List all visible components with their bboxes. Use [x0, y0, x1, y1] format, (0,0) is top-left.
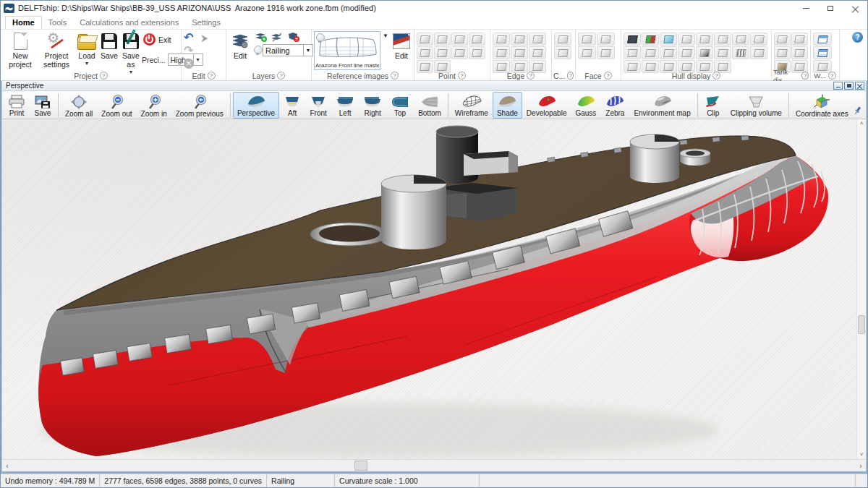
save-image-button[interactable]: Save [30, 92, 56, 119]
help-icon[interactable]: ? [828, 72, 836, 80]
save-as-button[interactable]: Save as ▼ [120, 31, 142, 76]
tool-icon[interactable] [529, 33, 546, 46]
tool-icon[interactable] [511, 33, 528, 46]
reference-image-thumbnail[interactable]: Arazona Front line master [314, 31, 380, 70]
delete-button[interactable]: ✕ [184, 59, 194, 69]
tool-icon[interactable] [417, 46, 433, 59]
tool-icon[interactable] [678, 33, 695, 46]
tool-icon[interactable] [774, 33, 791, 46]
pin-icon[interactable] [854, 106, 861, 116]
zoom-out-button[interactable]: Zoom out [97, 92, 136, 119]
tool-icon[interactable] [660, 33, 677, 46]
reference-image-dropdown-arrow[interactable]: ▼ [383, 33, 388, 39]
tool-icon[interactable] [678, 46, 695, 59]
clipping-volume-button[interactable]: Clipping volume [726, 92, 786, 119]
tool-icon[interactable] [732, 33, 749, 46]
mode-environment-map-button[interactable]: Environment map [629, 92, 694, 119]
new-project-button[interactable]: New project [3, 31, 38, 69]
tool-icon[interactable] [469, 33, 485, 46]
scroll-left-icon[interactable]: ‹ [2, 462, 12, 470]
redo-button[interactable]: ↷ [184, 46, 200, 59]
tool-icon[interactable] [813, 46, 832, 59]
mode-gauss-button[interactable]: Gauss [571, 92, 600, 119]
auto-group-layer-button[interactable] [270, 31, 284, 43]
mode-developable-button[interactable]: Developable [522, 92, 571, 119]
tool-icon[interactable] [696, 33, 713, 46]
tool-icon[interactable] [624, 46, 641, 59]
view-front-button[interactable]: Front [305, 92, 331, 119]
tool-icon[interactable] [750, 46, 767, 59]
tool-icon[interactable] [493, 33, 510, 46]
viewport-minimize-button[interactable] [833, 82, 843, 90]
help-icon[interactable]: ? [100, 72, 108, 80]
zoom-in-button[interactable]: Zoom in [137, 92, 171, 119]
tool-icon[interactable] [434, 33, 451, 46]
mode-wireframe-button[interactable]: Wireframe [451, 92, 493, 119]
vertical-scrollbar[interactable]: ˄ ˅ [856, 119, 866, 459]
horizontal-scroll-track[interactable] [12, 460, 856, 471]
help-icon[interactable]: ? [277, 72, 285, 80]
tab-tools[interactable]: Tools [42, 17, 74, 29]
scroll-right-icon[interactable]: › [856, 462, 866, 470]
help-icon[interactable]: ? [801, 72, 809, 80]
tool-icon[interactable] [417, 33, 433, 46]
viewport-maximize-button[interactable] [844, 82, 854, 90]
tool-icon[interactable] [434, 46, 451, 59]
tool-icon[interactable] [732, 46, 749, 59]
ribbon-help-button[interactable]: ? [852, 32, 863, 43]
tool-icon[interactable] [714, 33, 731, 46]
help-icon[interactable]: ? [712, 72, 720, 80]
view-bottom-button[interactable]: Bottom [414, 92, 446, 119]
load-dropdown-arrow[interactable]: ▼ [85, 61, 90, 67]
tool-icon[interactable] [578, 46, 596, 59]
view-aft-button[interactable]: Aft [279, 92, 305, 119]
tool-icon[interactable] [791, 46, 808, 59]
tool-icon[interactable] [529, 46, 546, 59]
tool-icon[interactable] [642, 33, 659, 46]
active-layer-select[interactable]: Railing ▼ [263, 44, 313, 56]
help-icon[interactable]: ? [208, 72, 216, 80]
vertical-scroll-track[interactable] [857, 128, 866, 450]
tool-icon[interactable] [714, 46, 731, 59]
help-icon[interactable]: ? [391, 72, 399, 80]
tool-icon[interactable] [554, 33, 571, 46]
view-top-button[interactable]: Top [386, 92, 414, 119]
clip-button[interactable]: Clip [700, 92, 726, 119]
tool-icon[interactable] [469, 46, 485, 59]
tab-calculations-extensions[interactable]: Calculations and extensions [73, 17, 185, 29]
layers-edit-button[interactable]: Edit [229, 31, 252, 61]
tab-home[interactable]: Home [5, 16, 42, 29]
tool-icon[interactable] [813, 33, 832, 46]
layer-visibility-bulb-icon[interactable] [254, 46, 261, 55]
tab-settings[interactable]: Settings [185, 17, 227, 29]
mode-shade-button[interactable]: Shade [493, 92, 522, 119]
minimize-button[interactable] [793, 1, 818, 15]
delete-layer-button[interactable] [286, 31, 300, 43]
model-canvas-3d[interactable] [2, 119, 856, 459]
tool-icon[interactable] [511, 46, 528, 59]
view-perspective-button[interactable]: Perspective [233, 92, 279, 119]
help-icon[interactable]: ? [604, 72, 612, 80]
tool-icon[interactable] [774, 46, 791, 59]
reference-image-edit-button[interactable]: Edit [391, 31, 412, 61]
tool-icon[interactable] [451, 33, 468, 46]
tool-icon[interactable] [493, 46, 510, 59]
tool-icon[interactable] [750, 33, 767, 46]
horizontal-scroll-thumb[interactable] [354, 461, 367, 471]
tool-icon[interactable] [791, 33, 808, 46]
scroll-down-icon[interactable]: ˅ [860, 450, 864, 459]
mode-zebra-button[interactable]: Zebra [600, 92, 629, 119]
tool-icon[interactable] [554, 46, 571, 59]
load-button[interactable]: Load ▼ [75, 31, 98, 67]
scroll-up-icon[interactable]: ˄ [860, 119, 864, 128]
horizontal-scrollbar[interactable]: ‹ › [2, 459, 866, 471]
help-icon[interactable]: ? [527, 72, 535, 80]
view-left-button[interactable]: Left [331, 92, 359, 119]
view-right-button[interactable]: Right [359, 92, 386, 119]
tool-icon[interactable] [451, 46, 468, 59]
zoom-all-button[interactable]: Zoom all [61, 92, 97, 119]
tool-icon[interactable] [597, 46, 615, 59]
maximize-button[interactable] [818, 1, 843, 15]
save-button[interactable]: Save [98, 31, 120, 61]
viewport-close-button[interactable] [855, 82, 864, 90]
